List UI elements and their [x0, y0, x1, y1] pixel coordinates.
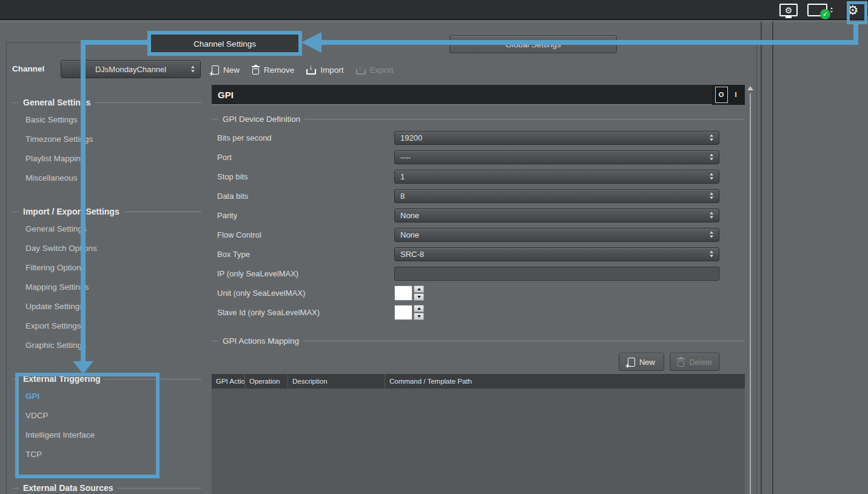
- up-triangle: [710, 173, 713, 176]
- dropdown-arrows-icon: [710, 135, 713, 141]
- spinner-down-button[interactable]: [414, 293, 424, 301]
- sidebar-item-graphic-settings[interactable]: Graphic Settings: [12, 336, 201, 355]
- sidebar-item-playlist-mapping[interactable]: Playlist Mapping: [12, 149, 201, 169]
- toggle-off-option[interactable]: O: [715, 87, 728, 103]
- new-action-button[interactable]: + New: [619, 353, 664, 371]
- device-definition-form: Bits per second19200Port----Stop bits1Da…: [212, 128, 745, 322]
- spinner-input[interactable]: [394, 305, 412, 320]
- actions-table-body[interactable]: [212, 389, 745, 494]
- form-row: Port----: [212, 147, 745, 167]
- right-divider-line: [761, 21, 762, 494]
- annotation-box-gear: [847, 1, 867, 24]
- import-label: Import: [320, 65, 343, 75]
- export-channel-button[interactable]: ↓ Export: [356, 65, 394, 75]
- group-dash: [12, 488, 19, 489]
- sidebar-group-title: Import / Export Settings: [23, 207, 119, 216]
- group-title: GPI Device Definition: [223, 115, 300, 124]
- sidebar-item-miscellaneous[interactable]: Miscellaneous: [12, 169, 201, 188]
- spinner-input[interactable]: [394, 285, 412, 301]
- group-header-actions-mapping: GPI Actions Mapping: [212, 334, 745, 347]
- sidebar-item-timezone-settings[interactable]: Timezone Settings: [12, 130, 201, 149]
- annotation-box-external-triggering: [15, 373, 160, 478]
- sidebar-group-header: General Settings: [12, 95, 201, 110]
- sidebar-item-filtering-options[interactable]: Filtering Options: [12, 258, 201, 278]
- field-dropdown[interactable]: 8: [394, 189, 719, 203]
- export-icon: ↓: [356, 65, 366, 75]
- remove-channel-button[interactable]: Remove: [252, 65, 294, 75]
- new-document-icon: +: [628, 358, 635, 367]
- group-header-device-definition: GPI Device Definition: [212, 112, 745, 125]
- sidebar-item-export-settings[interactable]: Export Settings: [12, 316, 201, 336]
- form-row: Unit (only SeaLevelMAX): [212, 283, 745, 302]
- group-line: [95, 102, 201, 103]
- spinner-buttons: [414, 285, 424, 301]
- sidebar-group: External Data Sources: [12, 480, 201, 494]
- gpi-enable-toggle[interactable]: O I: [712, 85, 745, 105]
- annotation-line: [81, 40, 86, 362]
- column-header: Command / Template Path: [385, 374, 745, 389]
- field-text-input[interactable]: [394, 267, 719, 281]
- field-dropdown[interactable]: None: [394, 209, 719, 222]
- new-label: New: [223, 65, 240, 75]
- column-header: GPI Action: [212, 374, 245, 389]
- annotation-line: [853, 24, 858, 41]
- channel-label: Channel: [12, 64, 44, 73]
- dropdown-arrows-icon: [710, 173, 713, 180]
- dropdown-value: 8: [395, 192, 405, 201]
- dropdown-arrows-icon: [710, 251, 713, 258]
- group-dash: [12, 102, 19, 103]
- sidebar-item-basic-settings[interactable]: Basic Settings: [12, 110, 201, 130]
- dropdown-value: None: [395, 230, 419, 239]
- new-channel-button[interactable]: + New: [212, 65, 240, 75]
- field-label: Port: [212, 153, 394, 162]
- sidebar-item-mapping-settings[interactable]: Mapping Settings: [12, 278, 201, 297]
- dropdown-arrows-icon: [191, 66, 195, 73]
- scrollbar-up-arrow[interactable]: [747, 86, 753, 90]
- spinner-down-button[interactable]: [414, 313, 424, 320]
- spinner-arrows-icon[interactable]: [830, 7, 833, 13]
- sidebar-group-header: Import / Export Settings: [12, 204, 201, 219]
- sidebar-group: General SettingsBasic SettingsTimezone S…: [12, 95, 201, 188]
- down-triangle: [710, 255, 713, 258]
- toggle-on-option[interactable]: I: [730, 87, 742, 103]
- column-header: Description: [288, 374, 385, 389]
- import-channel-button[interactable]: ↓ Import: [306, 65, 343, 75]
- field-label: Box Type: [212, 250, 394, 259]
- dropdown-value: None: [395, 211, 419, 220]
- form-row: Bits per second19200: [212, 128, 745, 147]
- up-triangle: [710, 251, 713, 253]
- sidebar-group: Import / Export SettingsGeneral Settings…: [12, 204, 201, 355]
- dropdown-arrows-icon: [710, 154, 713, 161]
- dropdown-value: 19200: [395, 133, 422, 142]
- field-spinner[interactable]: [394, 305, 424, 320]
- delete-action-button[interactable]: Delete: [670, 353, 719, 371]
- field-dropdown[interactable]: ----: [394, 150, 719, 164]
- field-label: Unit (only SeaLevelMAX): [212, 289, 394, 298]
- display-status-icon[interactable]: ✓: [807, 4, 827, 16]
- export-label: Export: [370, 65, 394, 75]
- form-row: Box TypeSRC-8: [212, 244, 745, 264]
- display-settings-icon[interactable]: ⚙: [779, 4, 798, 16]
- field-dropdown[interactable]: 19200: [394, 131, 719, 145]
- down-triangle: [710, 197, 713, 199]
- field-dropdown[interactable]: 1: [394, 170, 719, 184]
- field-dropdown[interactable]: SRC-8: [394, 247, 719, 261]
- form-row: Slave Id (only SeaLevelMAX): [212, 302, 745, 322]
- sidebar-item-general-settings[interactable]: General Settings: [12, 219, 201, 239]
- annotation-line: [81, 40, 149, 45]
- sidebar-group-header: External Data Sources: [12, 480, 201, 494]
- form-row: Flow ControlNone: [212, 225, 745, 244]
- sidebar-item-update-settings[interactable]: Update Settings: [12, 297, 201, 316]
- up-triangle: [710, 135, 713, 137]
- spinner-up-button[interactable]: [414, 305, 424, 312]
- right-divider-line: [772, 21, 773, 494]
- field-dropdown[interactable]: None: [394, 228, 719, 242]
- down-triangle: [710, 216, 713, 219]
- field-label: Slave Id (only SeaLevelMAX): [212, 308, 394, 317]
- new-label: New: [639, 358, 655, 367]
- annotation-line: [321, 40, 858, 45]
- sidebar-item-day-switch-options[interactable]: Day Switch Options: [12, 239, 201, 258]
- spinner-up-button[interactable]: [414, 285, 424, 293]
- scrollbar-thumb[interactable]: [750, 93, 751, 494]
- field-spinner[interactable]: [394, 285, 424, 301]
